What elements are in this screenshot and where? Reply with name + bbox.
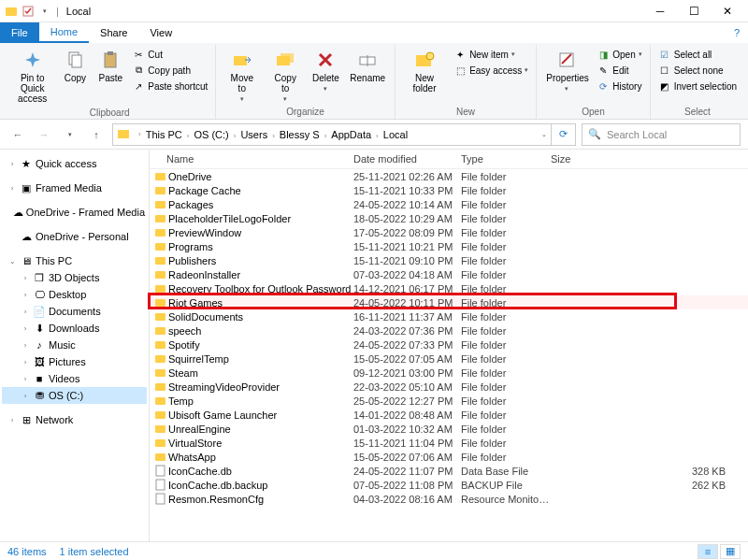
tree-item[interactable]: ›📄Documents	[2, 303, 147, 320]
tree-item[interactable]: ›★Quick access	[2, 155, 147, 172]
chevron-icon[interactable]: ›	[7, 160, 17, 168]
file-row[interactable]: Recovery Toolbox for Outlook Password14-…	[150, 281, 748, 295]
file-row[interactable]: Resmon.ResmonCfg04-03-2022 08:16 AMResou…	[150, 492, 748, 506]
chevron-icon[interactable]: ›	[7, 416, 17, 424]
qat-check-icon[interactable]	[21, 4, 36, 19]
chevron-icon[interactable]: ›	[21, 341, 30, 350]
tree-item[interactable]: ›▣Framed Media	[2, 179, 147, 196]
file-row[interactable]: RadeonInstaller07-03-2022 04:18 AMFile f…	[150, 267, 748, 281]
new-folder-button[interactable]: New folder	[401, 47, 448, 95]
move-to-button[interactable]: Move to▾	[222, 47, 262, 105]
paste-button[interactable]: Paste	[94, 47, 126, 85]
tab-view[interactable]: View	[138, 22, 183, 43]
qat-dropdown-icon[interactable]: ▾	[37, 4, 52, 19]
nav-forward-button[interactable]: →	[34, 124, 54, 145]
col-type[interactable]: Type	[461, 153, 551, 165]
col-name[interactable]: Name	[166, 153, 353, 165]
file-row[interactable]: Steam09-12-2021 03:00 PMFile folder	[150, 366, 748, 380]
chevron-icon[interactable]: ›	[21, 358, 30, 366]
easy-access-button[interactable]: ⬚Easy access ▾	[452, 63, 530, 78]
nav-history-dropdown[interactable]: ▾	[60, 124, 80, 145]
delete-button[interactable]: Delete▾	[309, 47, 342, 94]
file-row[interactable]: Publishers15-11-2021 09:10 PMFile folder	[150, 253, 748, 267]
file-row[interactable]: VirtualStore15-11-2021 11:04 PMFile fold…	[150, 436, 748, 450]
file-row[interactable]: speech24-03-2022 07:36 PMFile folder	[150, 323, 748, 337]
file-row[interactable]: Spotify24-05-2022 07:33 PMFile folder	[150, 337, 748, 352]
file-row[interactable]: Packages24-05-2022 10:14 AMFile folder	[150, 197, 748, 211]
cut-button[interactable]: ✂Cut	[130, 47, 209, 62]
tree-item[interactable]: ›■Videos	[2, 370, 147, 387]
file-row[interactable]: SquirrelTemp15-05-2022 07:05 AMFile fold…	[150, 352, 748, 366]
file-row[interactable]: PreviewWindow17-05-2022 08:09 PMFile fol…	[150, 225, 748, 239]
file-row[interactable]: UnrealEngine01-03-2022 10:32 AMFile fold…	[150, 422, 748, 436]
history-button[interactable]: ⟳History	[595, 79, 643, 93]
invert-selection-button[interactable]: ◩Invert selection	[656, 79, 739, 93]
address-bar[interactable]: › This PC›OS (C:)›Users›Blessy S›AppData…	[112, 123, 552, 146]
refresh-button[interactable]: ⟳	[552, 123, 576, 146]
tree-item[interactable]: ›⛃OS (C:)	[2, 387, 147, 404]
chevron-icon[interactable]: ⌄	[7, 257, 17, 266]
chevron-icon[interactable]: ›	[21, 375, 30, 383]
chevron-icon[interactable]: ›	[21, 308, 30, 316]
new-item-button[interactable]: ✦New item ▾	[452, 47, 530, 62]
copy-button[interactable]: Copy	[59, 47, 91, 85]
chevron-icon[interactable]: ›	[21, 324, 30, 333]
tree-item[interactable]: ›⬇Downloads	[2, 320, 147, 337]
tree-item[interactable]: ☁OneDrive - Framed Media	[2, 204, 147, 221]
properties-button[interactable]: Properties▾	[542, 47, 591, 94]
tab-share[interactable]: Share	[89, 22, 138, 43]
rename-button[interactable]: Rename	[347, 47, 389, 85]
file-row[interactable]: OneDrive25-11-2021 02:26 AMFile folder	[150, 169, 748, 183]
tree-item[interactable]: ›♪Music	[2, 337, 147, 353]
nav-tree[interactable]: ›★Quick access›▣Framed Media☁OneDrive - …	[0, 150, 150, 541]
file-row[interactable]: StreamingVideoProvider22-03-2022 05:10 A…	[150, 380, 748, 394]
file-list[interactable]: OneDrive25-11-2021 02:26 AMFile folderPa…	[150, 169, 748, 506]
breadcrumb-segment[interactable]: Local	[381, 129, 410, 140]
edit-button[interactable]: ✎Edit	[595, 63, 643, 78]
copy-to-button[interactable]: Copy to▾	[266, 47, 305, 105]
tree-item[interactable]: ›🖵Desktop	[2, 286, 147, 303]
chevron-icon[interactable]: ›	[21, 291, 30, 299]
tree-item[interactable]: ›❒3D Objects	[2, 269, 147, 286]
view-details-button[interactable]: ≡	[698, 544, 718, 559]
tab-file[interactable]: File	[0, 22, 39, 43]
file-row[interactable]: IconCache.db24-05-2022 11:07 PMData Base…	[150, 464, 748, 478]
chevron-icon[interactable]: ›	[21, 392, 30, 400]
file-row[interactable]: SolidDocuments16-11-2021 11:37 AMFile fo…	[150, 309, 748, 323]
view-large-icons-button[interactable]: ▦	[720, 544, 741, 559]
select-all-button[interactable]: ☑Select all	[656, 47, 739, 62]
tree-item[interactable]: ›⊞Network	[2, 411, 147, 428]
file-row[interactable]: Package Cache15-11-2021 10:33 PMFile fol…	[150, 183, 748, 197]
select-none-button[interactable]: ☐Select none	[656, 63, 739, 78]
chevron-icon[interactable]: ›	[7, 184, 17, 193]
paste-shortcut-button[interactable]: ↗Paste shortcut	[130, 79, 209, 93]
breadcrumb-segment[interactable]: AppData	[329, 129, 373, 140]
nav-back-button[interactable]: ←	[7, 124, 28, 145]
chevron-icon[interactable]: ›	[21, 274, 30, 282]
file-row[interactable]: PlaceholderTileLogoFolder18-05-2022 10:2…	[150, 211, 748, 225]
help-button[interactable]: ?	[726, 22, 748, 43]
address-dropdown-icon[interactable]: ⌄	[541, 131, 547, 138]
pin-to-quick-access-button[interactable]: Pin to Quick access	[9, 47, 55, 106]
search-box[interactable]: 🔍 Search Local	[582, 123, 741, 146]
breadcrumb-segment[interactable]: Blessy S	[278, 129, 322, 140]
tree-item[interactable]: ⌄🖥This PC	[2, 252, 147, 269]
col-date[interactable]: Date modified	[353, 153, 461, 165]
column-headers[interactable]: Name Date modified Type Size	[150, 150, 748, 169]
file-row[interactable]: Temp25-05-2022 12:27 PMFile folder	[150, 394, 748, 408]
maximize-button[interactable]: ☐	[677, 0, 711, 22]
file-row[interactable]: Ubisoft Game Launcher14-01-2022 08:48 AM…	[150, 408, 748, 422]
breadcrumb-segment[interactable]: This PC	[144, 129, 184, 140]
breadcrumb-segment[interactable]: Users	[238, 129, 269, 140]
close-button[interactable]: ✕	[711, 0, 744, 22]
open-button[interactable]: ◨Open ▾	[595, 47, 643, 62]
file-row[interactable]: Riot Games24-05-2022 10:11 PMFile folder	[150, 295, 748, 309]
tree-item[interactable]: ›🖼Pictures	[2, 353, 147, 370]
tab-home[interactable]: Home	[39, 22, 89, 43]
tree-item[interactable]: ☁OneDrive - Personal	[2, 228, 147, 245]
file-row[interactable]: Programs15-11-2021 10:21 PMFile folder	[150, 239, 748, 253]
nav-up-button[interactable]: ↑	[86, 124, 107, 145]
minimize-button[interactable]: ─	[643, 0, 677, 22]
file-row[interactable]: IconCache.db.backup07-05-2022 11:08 PMBA…	[150, 478, 748, 492]
file-row[interactable]: WhatsApp15-05-2022 07:06 AMFile folder	[150, 450, 748, 464]
